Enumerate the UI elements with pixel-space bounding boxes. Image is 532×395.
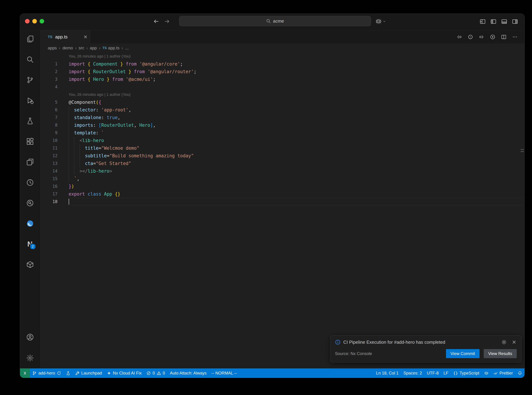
line-number[interactable]: 4 (40, 83, 58, 91)
activitybar-item-accounts[interactable] (26, 333, 34, 341)
line-number[interactable]: 13 (40, 159, 58, 167)
code-line-13[interactable]: 13 cta="Get Started" (40, 159, 522, 167)
code-line-1[interactable]: 1import { Component } from '@angular/cor… (40, 60, 522, 68)
statusbar-remote-indicator[interactable] (20, 368, 30, 378)
code-line-9[interactable]: 9 template: ` (40, 129, 522, 137)
statusbar-indentation[interactable]: Spaces: 2 (401, 368, 425, 378)
statusbar-auto-attach[interactable]: Auto Attach: Always (167, 368, 209, 378)
panel-left-button[interactable] (490, 19, 496, 25)
close-tab-button[interactable] (83, 34, 88, 39)
line-number[interactable]: 14 (40, 167, 58, 175)
notification-settings-button[interactable] (501, 340, 507, 345)
line-number[interactable]: 16 (40, 182, 58, 190)
statusbar-git-branch[interactable]: add-hero (30, 368, 64, 378)
code-line-3[interactable]: 3import { Hero } from '@acme/ui'; (40, 76, 522, 83)
activitybar-item-package-explorer[interactable] (26, 260, 34, 269)
statusbar-problems[interactable]: 00 (144, 368, 167, 378)
statusbar-notifications[interactable] (515, 368, 525, 378)
panel-right-button[interactable] (512, 19, 518, 25)
panel-bottom-button[interactable] (501, 19, 507, 25)
activitybar-item-remote-explorer[interactable] (26, 158, 34, 166)
code-text[interactable]: imports: [RouterOutlet, Hero], (69, 121, 522, 129)
code-line-7[interactable]: 7 standalone: true, (40, 114, 522, 121)
code-line-11[interactable]: 11 title="Welcmoe demo" (40, 144, 522, 152)
line-number[interactable]: 1 (40, 60, 58, 68)
code-line-14[interactable]: 14 ></lib-hero> (40, 167, 522, 175)
statusbar-cursor-position[interactable]: Ln 18, Col 1 (374, 368, 401, 378)
code-line-16[interactable]: 16}) (40, 182, 522, 190)
activitybar-item-gitlens-inspect[interactable] (26, 199, 34, 207)
activitybar-item-search[interactable] (26, 55, 34, 64)
code-text[interactable]: import { Hero } from '@acme/ui'; (69, 76, 522, 83)
statusbar-launchpad[interactable]: Launchpad (73, 368, 104, 378)
back-button[interactable] (153, 18, 159, 25)
zoom-window-button[interactable] (40, 19, 44, 23)
activitybar-item-source-control[interactable] (26, 76, 34, 84)
line-number[interactable]: 6 (40, 106, 58, 114)
copilot-menu-button[interactable] (376, 18, 386, 25)
forward-button[interactable] (164, 18, 170, 25)
editor-action-circle-icon[interactable] (468, 34, 473, 40)
notification-close-button[interactable] (511, 340, 517, 345)
code-text[interactable]: title="Welcmoe demo" (69, 144, 522, 152)
code-text[interactable]: selector: 'app-root', (69, 106, 522, 114)
line-number[interactable]: 5 (40, 99, 58, 106)
breadcrumb-item--[interactable]: ... (125, 46, 129, 50)
code-line-17[interactable]: 17export class App {} (40, 190, 522, 198)
line-number[interactable]: 3 (40, 76, 58, 83)
statusbar-vim-mode[interactable]: -- NORMAL -- (209, 368, 239, 378)
code-line-10[interactable]: 10 <lib-hero (40, 137, 522, 144)
code-line-2[interactable]: 2import { RouterOutlet } from '@angular/… (40, 68, 522, 76)
layout-button[interactable] (480, 19, 486, 25)
activitybar-item-testing[interactable] (26, 117, 34, 125)
editor[interactable]: You, 26 minutes ago | 1 author (You)1imp… (40, 53, 525, 368)
editor-action-next-change-icon[interactable] (479, 34, 484, 40)
line-number[interactable]: 18 (40, 198, 58, 205)
line-number[interactable]: 9 (40, 129, 58, 137)
code-line-12[interactable]: 12 subtitle="Build something amazing tod… (40, 152, 522, 159)
code-line-18[interactable]: 18 (40, 198, 522, 205)
code-text[interactable]: ></lib-hero> (69, 167, 522, 175)
breadcrumb-item-apps[interactable]: apps (48, 46, 57, 50)
code-text[interactable]: }) (69, 182, 522, 190)
activitybar-item-manage[interactable] (26, 354, 34, 362)
line-number[interactable]: 10 (40, 137, 58, 144)
statusbar-eol[interactable]: LF (441, 368, 451, 378)
statusbar-tests[interactable] (64, 368, 73, 378)
code-line-8[interactable]: 8 imports: [RouterOutlet, Hero], (40, 121, 522, 129)
activitybar-item-nx-console[interactable]: N2 (26, 240, 34, 248)
editor-action-prev-change-icon[interactable] (457, 34, 462, 40)
code-text[interactable]: subtitle="Build something amazing today" (69, 152, 522, 159)
line-number[interactable]: 11 (40, 144, 58, 152)
statusbar-encoding[interactable]: UTF-8 (425, 368, 441, 378)
activitybar-item-explorer[interactable] (26, 35, 34, 43)
breadcrumb-item-app[interactable]: app (90, 46, 97, 50)
code-text[interactable]: import { Component } from '@angular/core… (69, 60, 522, 68)
line-number[interactable]: 2 (40, 68, 58, 76)
breadcrumb-item-demo[interactable]: demo (63, 46, 73, 50)
statusbar-nx-cloud-ai-fix[interactable]: Nx Cloud AI Fix (104, 368, 144, 378)
breadcrumb-item-app-ts[interactable]: TSapp.ts (102, 46, 119, 50)
line-number[interactable]: 8 (40, 121, 58, 129)
code-text[interactable]: `, (69, 175, 522, 182)
code-text[interactable] (69, 83, 522, 91)
activitybar-item-gitlens[interactable] (26, 178, 34, 187)
code-line-6[interactable]: 6 selector: 'app-root', (40, 106, 522, 114)
code-text[interactable] (69, 198, 522, 205)
statusbar-prettier[interactable]: Prettier (491, 368, 515, 378)
command-center-search[interactable]: acme (179, 16, 371, 26)
editor-action-split-editor-icon[interactable] (501, 34, 506, 40)
activitybar-item-edge-devtools[interactable] (26, 219, 34, 228)
code-text[interactable]: <lib-hero (69, 137, 522, 144)
line-number[interactable]: 17 (40, 190, 58, 198)
editor-action-more-icon[interactable] (512, 34, 518, 40)
line-number[interactable]: 12 (40, 152, 58, 159)
tab-app-ts[interactable]: TS app.ts (40, 30, 91, 44)
view-commit-button[interactable]: View Commit (446, 349, 479, 358)
activitybar-item-extensions[interactable] (26, 137, 34, 146)
code-text[interactable]: export class App {} (69, 190, 522, 198)
code-text[interactable]: @Component({ (69, 99, 522, 106)
code-text[interactable]: cta="Get Started" (69, 159, 522, 167)
code-line-5[interactable]: 5@Component({ (40, 99, 522, 106)
code-line-15[interactable]: 15 `, (40, 175, 522, 182)
